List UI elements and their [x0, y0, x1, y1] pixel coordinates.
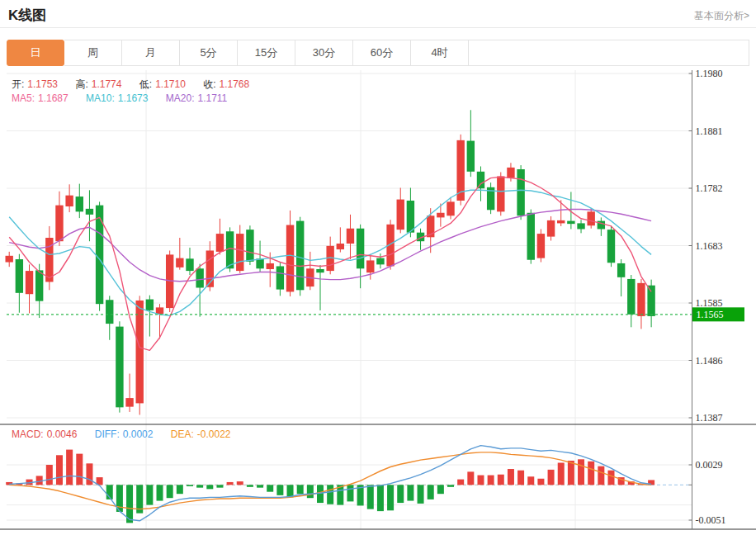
ma20-value: 1.1711 [197, 92, 227, 104]
ma20-label: MA20: [166, 92, 195, 104]
svg-text:0.0029: 0.0029 [696, 459, 723, 471]
low-value: 1.1710 [155, 78, 186, 90]
macd-value: 0.0046 [47, 428, 78, 440]
high-value: 1.1774 [92, 78, 122, 90]
svg-text:1.1486: 1.1486 [696, 355, 723, 367]
ma5-label: MA5: [12, 92, 35, 104]
svg-text:1.1782: 1.1782 [696, 182, 723, 194]
svg-text:1.1585: 1.1585 [696, 297, 723, 309]
svg-text:1.1980: 1.1980 [696, 68, 723, 79]
svg-text:1.1683: 1.1683 [696, 240, 723, 252]
ma10-label: MA10: [86, 92, 115, 104]
diff-value: 0.0002 [123, 428, 154, 440]
ma5-value: 1.1687 [38, 92, 69, 104]
close-value: 1.1768 [220, 78, 250, 90]
ma10-value: 1.1673 [118, 92, 149, 104]
dea-value: -0.0022 [197, 428, 231, 440]
dea-label: DEA: [171, 428, 194, 440]
svg-text:1.1881: 1.1881 [696, 125, 723, 137]
open-label: 开: [12, 78, 24, 90]
svg-text:-0.0051: -0.0051 [696, 514, 726, 526]
ohlc-legend: 开:1.1753 高:1.1774 低:1.1710 收:1.1768 [12, 78, 253, 92]
svg-text:1.1387: 1.1387 [696, 412, 723, 424]
close-label: 收: [203, 78, 215, 90]
low-label: 低: [139, 78, 152, 90]
macd-legend: MACD:0.0046 DIFF:0.0002 DEA:-0.0022 [12, 428, 234, 440]
ma-legend: MA5:1.1687 MA10:1.1673 MA20:1.1711 [12, 92, 230, 104]
diff-label: DIFF: [95, 428, 120, 440]
high-label: 高: [75, 78, 87, 90]
current-price-badge: 1.1565 [697, 309, 724, 320]
open-value: 1.1753 [27, 78, 58, 90]
macd-label: MACD: [12, 428, 44, 440]
